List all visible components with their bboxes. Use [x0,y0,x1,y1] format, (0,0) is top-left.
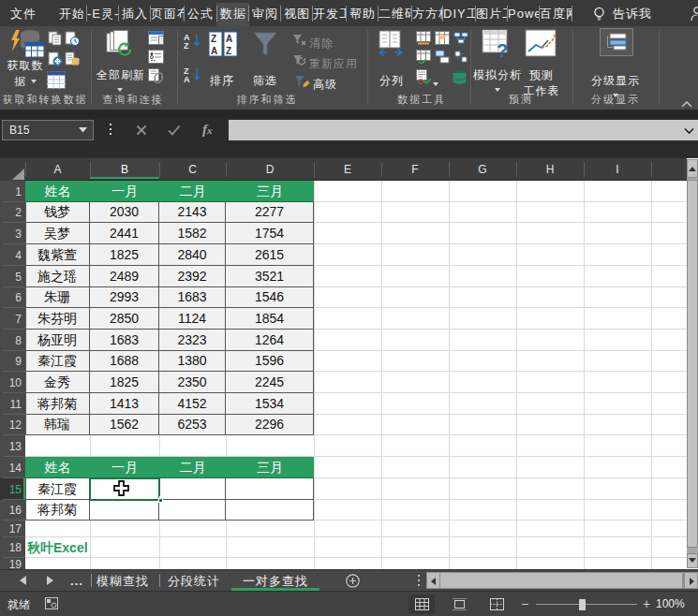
svg-text:A: A [184,75,190,83]
svg-text:A: A [211,46,217,56]
svg-text:?: ? [497,40,508,59]
svg-text:Z: Z [226,46,231,56]
svg-text:Z: Z [184,41,189,50]
svg-text:Z: Z [211,34,216,44]
svg-text:A: A [226,34,232,44]
